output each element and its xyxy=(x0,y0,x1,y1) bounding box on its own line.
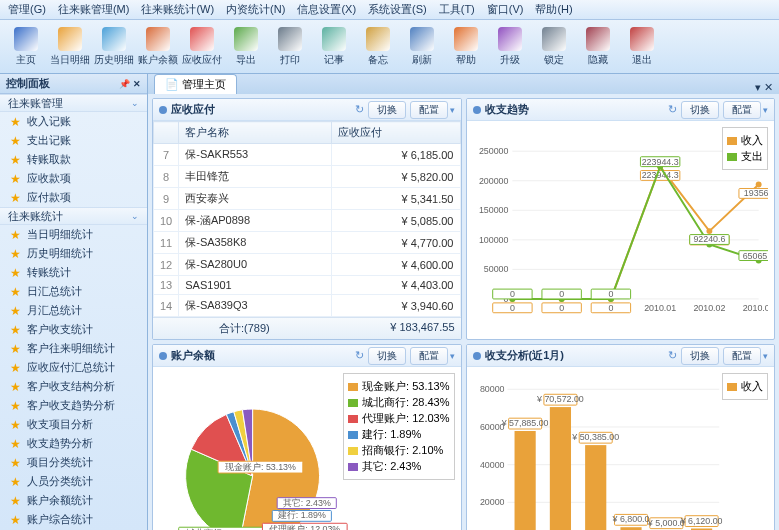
sidebar-item[interactable]: ★客户往来明细统计 xyxy=(0,339,147,358)
chevron-down-icon[interactable]: ▾ xyxy=(763,351,768,361)
table-row[interactable]: 14保-SA839Q3¥ 3,940.60 xyxy=(154,295,461,317)
menu-item[interactable]: 帮助(H) xyxy=(535,2,572,17)
svg-text:建行: 1.89%: 建行: 1.89% xyxy=(277,510,326,520)
sidebar-item[interactable]: ★应收应付汇总统计 xyxy=(0,358,147,377)
star-icon: ★ xyxy=(10,456,21,470)
chevron-down-icon[interactable]: ▾ xyxy=(763,105,768,115)
sidebar-item[interactable]: ★支出记账 xyxy=(0,131,147,150)
refresh-icon[interactable]: ↻ xyxy=(668,349,677,362)
toolbar-导出[interactable]: 导出 xyxy=(224,23,268,71)
sidebar-item[interactable]: ★应收款项 xyxy=(0,169,147,188)
toolbar-升级[interactable]: 升级 xyxy=(488,23,532,71)
config-button[interactable]: 配置 xyxy=(410,101,448,119)
refresh-icon[interactable]: ↻ xyxy=(355,349,364,362)
menu-item[interactable]: 往来账管理(M) xyxy=(58,2,130,17)
menu-item[interactable]: 信息设置(X) xyxy=(297,2,356,17)
sidebar-item[interactable]: ★收入记账 xyxy=(0,112,147,131)
sidebar-item[interactable]: ★客户收支统计 xyxy=(0,320,147,339)
chevron-down-icon[interactable]: ▾ xyxy=(450,351,455,361)
sidebar-item[interactable]: ★日汇总统计 xyxy=(0,282,147,301)
menu-item[interactable]: 系统设置(S) xyxy=(368,2,427,17)
toolbar-当日明细[interactable]: 当日明细 xyxy=(48,23,92,71)
pin-icon[interactable]: 📌 ✕ xyxy=(119,79,141,89)
switch-button[interactable]: 切换 xyxy=(368,347,406,365)
table-row[interactable]: 11保-SA358K8¥ 4,770.00 xyxy=(154,232,461,254)
star-icon: ★ xyxy=(10,323,21,337)
sidebar-item-label: 月汇总统计 xyxy=(27,303,82,318)
toolbar-账户余额[interactable]: 账户余额 xyxy=(136,23,180,71)
sidebar-item[interactable]: ★收支趋势分析 xyxy=(0,434,147,453)
sidebar-item-label: 客户收支统计 xyxy=(27,322,93,337)
table-row[interactable]: 13SAS1901¥ 4,403.00 xyxy=(154,276,461,295)
table-row[interactable]: 9西安泰兴¥ 5,341.50 xyxy=(154,188,461,210)
svg-text:2010.02: 2010.02 xyxy=(693,303,725,313)
sidebar-section[interactable]: 往来账统计⌄ xyxy=(0,207,147,225)
tab-min-icon[interactable]: ▾ ✕ xyxy=(755,81,773,94)
table-row[interactable]: 8丰田锋范¥ 5,820.00 xyxy=(154,166,461,188)
refresh-icon[interactable]: ↻ xyxy=(668,103,677,116)
sidebar-item[interactable]: ★项目分类统计 xyxy=(0,453,147,472)
toolbar-刷新[interactable]: 刷新 xyxy=(400,23,444,71)
switch-button[interactable]: 切换 xyxy=(681,101,719,119)
sidebar-item[interactable]: ★收支项目分析 xyxy=(0,415,147,434)
menu-item[interactable]: 工具(T) xyxy=(439,2,475,17)
toolbar-应收应付[interactable]: 应收应付 xyxy=(180,23,224,71)
config-button[interactable]: 配置 xyxy=(723,101,761,119)
toolbar-label: 主页 xyxy=(16,53,36,67)
toolbar-隐藏[interactable]: 隐藏 xyxy=(576,23,620,71)
sidebar-item[interactable]: ★应付款项 xyxy=(0,188,147,207)
sidebar-item-label: 账户综合统计 xyxy=(27,512,93,527)
sidebar-item-label: 应收应付汇总统计 xyxy=(27,360,115,375)
config-button[interactable]: 配置 xyxy=(723,347,761,365)
star-icon: ★ xyxy=(10,342,21,356)
svg-text:2010.01: 2010.01 xyxy=(644,303,676,313)
toolbar-label: 历史明细 xyxy=(94,53,134,67)
table-row[interactable]: 10保-涵AP0898¥ 5,085.00 xyxy=(154,210,461,232)
toolbar-打印[interactable]: 打印 xyxy=(268,23,312,71)
svg-text:50000: 50000 xyxy=(483,264,508,274)
sidebar-item[interactable]: ★历史明细统计 xyxy=(0,244,147,263)
toolbar-历史明细[interactable]: 历史明细 xyxy=(92,23,136,71)
sidebar-item[interactable]: ★账户综合统计 xyxy=(0,510,147,529)
toolbar-label: 升级 xyxy=(500,53,520,67)
toolbar-icon xyxy=(454,27,478,51)
svg-text:¥ 57,885.00: ¥ 57,885.00 xyxy=(500,418,548,428)
sidebar-item-label: 客户收支趋势分析 xyxy=(27,398,115,413)
star-icon: ★ xyxy=(10,285,21,299)
table-row[interactable]: 7保-SAKR553¥ 6,185.00 xyxy=(154,144,461,166)
tab-label: 管理主页 xyxy=(182,77,226,92)
refresh-icon[interactable]: ↻ xyxy=(355,103,364,116)
menu-item[interactable]: 管理(G) xyxy=(8,2,46,17)
menu-item[interactable]: 往来账统计(W) xyxy=(141,2,214,17)
panel-title: 收支趋势 xyxy=(485,102,669,117)
switch-button[interactable]: 切换 xyxy=(681,347,719,365)
sidebar-item[interactable]: ★客户收支结构分析 xyxy=(0,377,147,396)
toolbar-记事[interactable]: 记事 xyxy=(312,23,356,71)
svg-text:65065.7: 65065.7 xyxy=(742,251,768,261)
sidebar-item[interactable]: ★月汇总统计 xyxy=(0,301,147,320)
switch-button[interactable]: 切换 xyxy=(368,101,406,119)
sidebar-section[interactable]: 往来账管理⌄ xyxy=(0,94,147,112)
sidebar-item[interactable]: ★转账取款 xyxy=(0,150,147,169)
chevron-down-icon[interactable]: ▾ xyxy=(450,105,455,115)
toolbar-退出[interactable]: 退出 xyxy=(620,23,664,71)
sidebar-item[interactable]: ★账户余额统计 xyxy=(0,491,147,510)
config-button[interactable]: 配置 xyxy=(410,347,448,365)
table-row[interactable]: 12保-SA280U0¥ 4,600.00 xyxy=(154,254,461,276)
toolbar-主页[interactable]: 主页 xyxy=(4,23,48,71)
menu-item[interactable]: 窗口(V) xyxy=(487,2,524,17)
panel-title: 账户余额 xyxy=(171,348,355,363)
sidebar-item[interactable]: ★转账统计 xyxy=(0,263,147,282)
sidebar-item[interactable]: ★人员分类统计 xyxy=(0,472,147,491)
sidebar: 控制面板 📌 ✕ 往来账管理⌄★收入记账★支出记账★转账取款★应收款项★应付款项… xyxy=(0,74,148,530)
tab-home[interactable]: 📄 管理主页 xyxy=(154,74,237,94)
svg-text:200000: 200000 xyxy=(478,176,508,186)
toolbar-备忘[interactable]: 备忘 xyxy=(356,23,400,71)
toolbar-锁定[interactable]: 锁定 xyxy=(532,23,576,71)
sidebar-item[interactable]: ★客户收支趋势分析 xyxy=(0,396,147,415)
svg-text:0: 0 xyxy=(559,289,564,299)
toolbar-icon xyxy=(234,27,258,51)
sidebar-item[interactable]: ★当日明细统计 xyxy=(0,225,147,244)
toolbar-帮助[interactable]: 帮助 xyxy=(444,23,488,71)
menu-item[interactable]: 内资统计(N) xyxy=(226,2,285,17)
